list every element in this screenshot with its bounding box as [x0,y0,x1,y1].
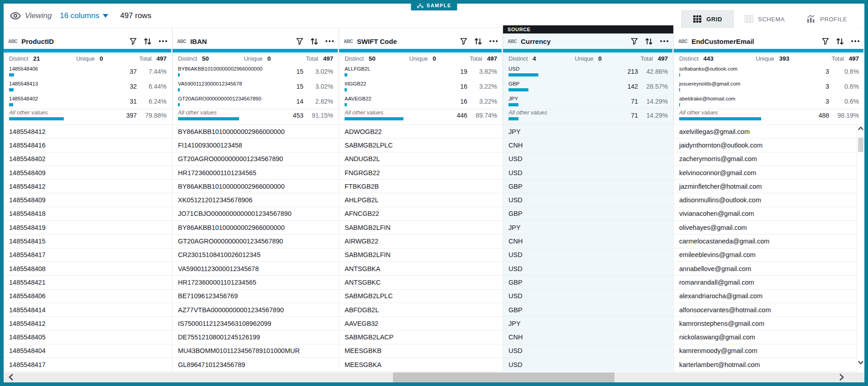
column-header[interactable]: ABCProductID [4,28,172,49]
table-cell[interactable]: 1485548409 [4,166,173,180]
table-cell[interactable]: FNGRGB22 [339,166,503,180]
sort-icon[interactable] [836,38,844,45]
top-value-row[interactable]: USD21342.86% [508,64,668,79]
more-options-icon[interactable] [158,40,168,43]
column-header[interactable]: ABCSWIFT Code [339,28,503,49]
table-row[interactable]: 1485548416FI1410093000123458SABMGB2LPLCC… [4,138,864,152]
table-cell[interactable]: kamronstephens@gmail.com [674,317,857,330]
scroll-down-icon[interactable] [858,359,864,367]
table-cell[interactable]: USD [503,152,674,166]
table-cell[interactable]: olivehayes@gmail.com [674,221,857,234]
table-cell[interactable]: CNH [503,234,674,248]
all-other-values-row[interactable]: All other values7114.29% [508,109,668,121]
table-row[interactable]: 1485548406BE71096123456769SABMGB2LPLCUSD… [4,290,864,303]
table-row[interactable]: 1485548421HR1723600001101234565ANTSGBKCG… [4,276,864,289]
more-options-icon[interactable] [660,40,669,43]
top-value-row[interactable]: AAVEGB22163.22% [345,94,497,109]
all-other-values-row[interactable]: All other values44689.74% [345,109,497,121]
table-cell[interactable]: ANTSGBKA [339,262,503,276]
table-cell[interactable]: alexandriarocha@gmail.com [674,290,857,303]
table-cell[interactable]: ABFDGB2L [339,303,503,317]
table-cell[interactable]: USD [503,290,674,303]
table-cell[interactable]: GL8964710123456789 [173,358,339,372]
table-cell[interactable]: 1485548412 [4,317,173,330]
table-cell[interactable]: JPY [503,221,674,234]
table-cell[interactable]: SABMGB2LFIN [339,221,503,234]
all-other-values-row[interactable]: All other values39779.88% [9,109,167,121]
filter-icon[interactable] [129,38,137,45]
vertical-scroll-thumb[interactable] [858,138,863,152]
table-cell[interactable]: ANTSGBKC [339,276,503,289]
more-options-icon[interactable] [325,40,334,43]
table-cell[interactable]: SABMGB2LFIN [339,248,503,262]
table-row[interactable]: 1485548402GT20AGRO0000000001234567890AND… [4,152,864,166]
filter-icon[interactable] [822,38,829,45]
filter-icon[interactable] [631,38,638,45]
top-value-row[interactable]: IIIGGB22163.22% [345,79,497,94]
table-cell[interactable]: IS750001121234563108962099 [173,317,339,330]
table-row[interactable]: 1485548409HR1723600001101234565FNGRGB22U… [4,166,864,180]
table-cell[interactable]: jaidynthornton@outlook.com [674,138,857,152]
table-cell[interactable]: 1485548419 [4,221,173,234]
table-cell[interactable]: kelvinoconnor@gmail.com [674,166,857,180]
table-cell[interactable]: AFNCGB22 [339,207,503,221]
table-row[interactable]: 1485548409XK051212012345678906AHLPGB2LUS… [4,193,864,207]
table-cell[interactable]: vivianacohen@gmail.com [674,207,857,221]
top-value-row[interactable]: abeldrake@hotmail.com30.6% [679,94,859,109]
table-cell[interactable]: GT20AGRO0000000001234567890 [173,152,339,166]
table-cell[interactable]: GT20AGRO0000000001234567890 [173,234,339,248]
table-cell[interactable]: FI1410093000123458 [173,138,339,152]
all-other-values-row[interactable]: All other values45391.15% [178,109,333,121]
filter-icon[interactable] [296,38,303,45]
sort-icon[interactable] [474,38,482,45]
more-options-icon[interactable] [489,40,498,43]
table-cell[interactable]: USD [503,193,674,207]
table-cell[interactable]: AIRWGB22 [339,234,503,248]
table-cell[interactable]: 1485548414 [4,303,173,317]
table-cell[interactable]: BY86AKBB10100000002966000000 [173,125,339,138]
scroll-right-icon[interactable] [839,373,844,383]
table-cell[interactable]: MEESGBKA [339,358,503,372]
table-cell[interactable]: FTBKGB2B [339,180,503,193]
all-other-values-row[interactable]: All other values48898.19% [679,109,859,121]
table-row[interactable]: 1485548412IS750001121234563108962099AAVE… [4,317,864,330]
table-cell[interactable]: BE71096123456769 [173,290,339,303]
table-cell[interactable]: JPY [503,317,674,330]
table-cell[interactable]: karterlambert@hotmail.com [674,358,857,372]
table-cell[interactable]: 1485548417 [4,358,173,372]
table-cell[interactable]: zacherymorris@gmail.com [674,152,857,166]
table-row[interactable]: 1485548418JO71CBJO0000000000001234567890… [4,207,864,221]
column-header[interactable]: ABCEndCustomerEmail [674,28,864,49]
table-cell[interactable]: GBP [503,180,674,193]
table-cell[interactable]: AAVEGB32 [339,317,503,330]
table-row[interactable]: 1485548419BY86AKBB10100000002966000000SA… [4,221,864,234]
table-cell[interactable]: ADWOGB22 [339,125,503,138]
top-value-row[interactable]: GT20AGRO0000000001234567890142.82% [178,94,333,109]
table-cell[interactable]: 1485548416 [4,138,173,152]
filter-icon[interactable] [460,38,467,45]
top-value-row[interactable]: ALLFGB2L193.82% [345,64,497,79]
table-cell[interactable]: VA59001123000012345678 [173,262,339,276]
table-cell[interactable]: 1485548415 [4,234,173,248]
top-value-row[interactable]: VA59001123000012345678153.02% [178,79,333,94]
table-cell[interactable]: HR1723600001101234565 [173,166,339,180]
scroll-up-icon[interactable] [858,125,864,133]
table-cell[interactable]: 1485548421 [4,276,173,289]
table-cell[interactable]: CR23015108410026012345 [173,248,339,262]
table-cell[interactable]: USD [503,248,674,262]
top-value-row[interactable]: 1485548406377.44% [9,64,167,79]
table-cell[interactable]: GBP [503,276,674,289]
table-cell[interactable]: USD [503,358,674,372]
table-cell[interactable]: MEESGBKB [339,344,503,358]
table-cell[interactable]: 1485548418 [4,207,173,221]
table-cell[interactable]: 1485548408 [4,262,173,276]
table-cell[interactable]: GBP [503,207,674,221]
table-cell[interactable]: DE75512108001245126199 [173,330,339,344]
table-row[interactable]: 1485548408VA59001123000012345678ANTSGBKA… [4,262,864,276]
table-cell[interactable]: USD [503,262,674,276]
top-value-row[interactable]: josuereynolds@gmail.com30.6% [679,79,859,94]
table-cell[interactable]: 1485548412 [4,180,173,193]
sort-icon[interactable] [144,38,152,45]
table-cell[interactable]: axelvillegas@gmail.com [674,125,857,138]
horizontal-scroll-thumb[interactable] [393,372,614,382]
